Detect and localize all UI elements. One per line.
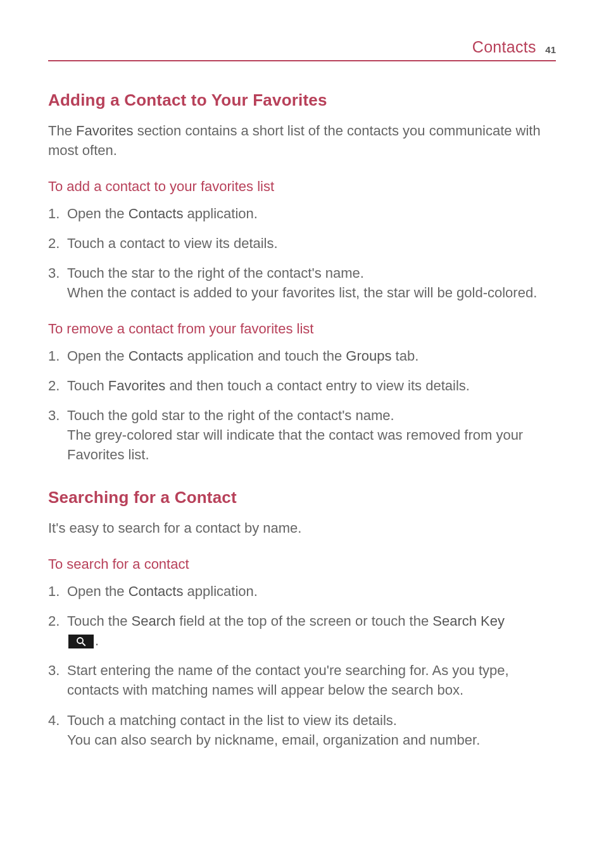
contacts-bold: Contacts (129, 206, 184, 221)
text: The (48, 123, 76, 139)
list-item: Open the Contacts application. (48, 581, 556, 601)
text: application and touch the (183, 348, 346, 364)
text: application. (183, 206, 257, 221)
contacts-bold: Contacts (129, 348, 184, 364)
text: Open the (67, 583, 129, 599)
text: tab. (391, 348, 418, 364)
list-item: Open the Contacts application and touch … (48, 346, 556, 366)
text: application. (183, 583, 257, 599)
text: Touch the gold star to the right of the … (67, 407, 394, 423)
steps-remove-favorite: Open the Contacts application and touch … (48, 346, 556, 465)
list-item: Touch a matching contact in the list to … (48, 710, 556, 750)
search-key-bold: Search Key (432, 613, 505, 629)
text: Open the (67, 206, 129, 221)
subheading-search-contact: To search for a contact (48, 556, 556, 573)
svg-line-1 (82, 643, 85, 646)
subheading-remove-favorite: To remove a contact from your favorites … (48, 321, 556, 337)
favorites-bold: Favorites (76, 123, 133, 139)
section-heading-favorites: Adding a Contact to Your Favorites (48, 90, 556, 110)
text: When the contact is added to your favori… (67, 285, 537, 301)
list-item: Start entering the name of the contact y… (48, 660, 556, 700)
text: Touch the (67, 613, 132, 629)
text: Touch a matching contact in the list to … (67, 712, 397, 728)
favorites-intro: The Favorites section contains a short l… (48, 121, 556, 161)
steps-search-contact: Open the Contacts application. Touch the… (48, 581, 556, 750)
text: . (95, 633, 99, 648)
page: Contacts 41 Adding a Contact to Your Fav… (0, 0, 604, 805)
text: It's easy to search for a contact by nam… (48, 520, 301, 536)
text: Touch a contact to view its details. (67, 235, 278, 251)
text: You can also search by nickname, email, … (67, 732, 480, 748)
svg-point-0 (77, 638, 83, 643)
groups-bold: Groups (346, 348, 391, 364)
section-heading-searching: Searching for a Contact (48, 488, 556, 507)
list-item: Touch the gold star to the right of the … (48, 406, 556, 465)
list-item: Touch Favorites and then touch a contact… (48, 376, 556, 395)
list-item: Touch a contact to view its details. (48, 233, 556, 253)
text: and then touch a contact entry to view i… (165, 378, 470, 394)
subheading-add-favorite: To add a contact to your favorites list (48, 178, 556, 195)
search-key-icon (68, 635, 94, 648)
text: Touch (67, 378, 108, 394)
text: Touch the star to the right of the conta… (67, 265, 364, 281)
header-title: Contacts (472, 38, 536, 56)
text: Open the (67, 348, 129, 364)
list-item: Open the Contacts application. (48, 204, 556, 223)
text: Start entering the name of the contact y… (67, 662, 509, 698)
text: field at the top of the screen or touch … (175, 613, 432, 629)
page-number: 41 (545, 44, 556, 55)
page-header: Contacts 41 (48, 38, 556, 61)
list-item: Touch the Search field at the top of the… (48, 611, 556, 650)
favorites-bold: Favorites (108, 378, 165, 394)
contacts-bold: Contacts (129, 583, 184, 599)
searching-intro: It's easy to search for a contact by nam… (48, 519, 556, 538)
text: The grey-colored star will indicate that… (67, 427, 523, 462)
search-bold: Search (132, 613, 176, 629)
list-item: Touch the star to the right of the conta… (48, 263, 556, 302)
steps-add-favorite: Open the Contacts application. Touch a c… (48, 204, 556, 303)
